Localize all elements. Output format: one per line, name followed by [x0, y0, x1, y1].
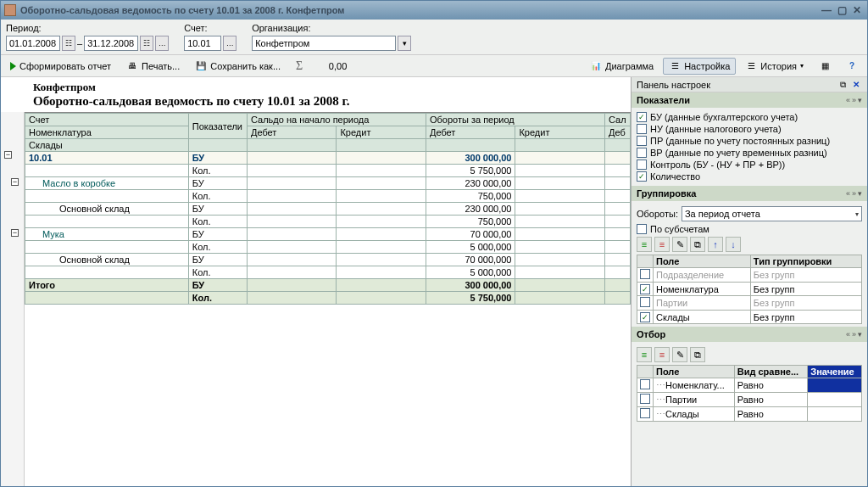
grouping-toolbar: ≡ ≡ ✎ ⧉ ↑ ↓: [637, 237, 862, 252]
table-row: Масло в коробкеБУ230 000,00: [25, 177, 631, 190]
save-as-button[interactable]: 💾 Сохранить как...: [189, 58, 287, 75]
table-row: Кол.5 000,000: [25, 241, 631, 254]
report-area: Конфетпром Оборотно-сальдовая ведомость …: [1, 77, 632, 486]
table-row: Кол.750,000: [25, 216, 631, 228]
close-button[interactable]: ✕: [850, 4, 864, 16]
move-up-button[interactable]: ↑: [708, 237, 723, 252]
filter-toolbar: ≡ ≡ ✎ ⧉: [637, 347, 862, 362]
form-report-button[interactable]: Сформировать отчет: [4, 59, 117, 74]
calendar-from-icon[interactable]: ☷: [62, 36, 75, 51]
org-input[interactable]: [252, 36, 396, 51]
diagram-button[interactable]: 📊 Диаграмма: [584, 58, 659, 75]
maximize-button[interactable]: ▢: [835, 4, 849, 16]
app-icon: [4, 4, 16, 16]
nav-prev-icon[interactable]: «: [846, 96, 850, 104]
settings-panel: Панель настроек ⧉ ✕ Показатели « » ▾ БУ …: [632, 77, 867, 486]
toolbar: Сформировать отчет 🖶 Печать... 💾 Сохрани…: [1, 55, 867, 77]
table-row: Основной складБУ230 000,00: [25, 203, 631, 216]
table-row: Кол.750,000: [25, 190, 631, 203]
col-balance-end: Сал: [604, 114, 630, 126]
filter-table[interactable]: ПолеВид сравне...Значение ⋯Номенклату...…: [637, 365, 862, 422]
panel-close-button[interactable]: ✕: [850, 79, 862, 91]
calendar-to-icon[interactable]: ☷: [140, 36, 153, 51]
list-item: ПодразделениеБез групп: [637, 268, 862, 283]
add-row-button[interactable]: ≡: [637, 237, 652, 252]
turnover-label: Обороты:: [637, 209, 678, 219]
move-down-button[interactable]: ↓: [726, 237, 741, 252]
content-area: Конфетпром Оборотно-сальдовая ведомость …: [1, 77, 867, 486]
filter-section: ≡ ≡ ✎ ⧉ ПолеВид сравне...Значение ⋯Номен…: [632, 342, 867, 424]
minimize-button[interactable]: —: [820, 4, 833, 16]
table-row-total: Кол.5 750,000: [25, 292, 631, 305]
options-button[interactable]: ▦: [813, 58, 837, 75]
delete-row-button[interactable]: ≡: [654, 237, 670, 252]
indicators-section-header: Показатели « » ▾: [632, 92, 867, 108]
filter-section-header: Отбор «»▾: [632, 327, 867, 342]
gear-icon: ▦: [819, 60, 831, 72]
panel-dock-button[interactable]: ⧉: [837, 79, 849, 91]
table-row: МукаБУ70 000,00: [25, 228, 631, 241]
add-row-button[interactable]: ≡: [637, 347, 652, 362]
period-select-button[interactable]: …: [155, 36, 169, 51]
checkbox-pr[interactable]: [637, 136, 647, 146]
date-from-input[interactable]: [6, 36, 60, 51]
period-label: Период:: [6, 23, 169, 33]
save-icon: 💾: [195, 60, 207, 72]
list-item: ⋯СкладыРавно: [637, 407, 862, 422]
account-label: Счет:: [184, 23, 236, 33]
checkbox-nu[interactable]: [637, 124, 647, 134]
report-grid[interactable]: Счет Показатели Сальдо на начало периода…: [25, 112, 631, 486]
copy-button[interactable]: ⧉: [690, 347, 705, 362]
play-icon: [10, 62, 16, 70]
sum-display: Σ 0,00: [290, 57, 353, 76]
nav-next-icon[interactable]: »: [852, 96, 856, 104]
sigma-icon: Σ: [296, 59, 303, 73]
checkbox-bu[interactable]: [637, 112, 647, 122]
checkbox-control[interactable]: [637, 160, 647, 170]
titlebar: Оборотно-сальдовая ведомость по счету 10…: [1, 1, 867, 20]
list-item: ПартииБез групп: [637, 296, 862, 311]
table-row-total: ИтогоБУ300 000,00: [25, 279, 631, 292]
account-input[interactable]: [184, 36, 221, 51]
help-button[interactable]: ?: [840, 58, 864, 75]
table-row: Кол.5 750,000: [25, 165, 631, 177]
col-balance-begin: Сальдо на начало периода: [247, 114, 426, 126]
turnover-combo[interactable]: За период отчета▾: [682, 206, 862, 221]
print-button[interactable]: 🖶 Печать...: [120, 58, 186, 75]
parameters-bar: Период: ☷ – ☷ … Счет: … Организация: ▾: [1, 20, 867, 55]
checkbox-subaccounts[interactable]: [637, 224, 647, 234]
edit-button[interactable]: ✎: [672, 237, 687, 252]
report-header: Конфетпром Оборотно-сальдовая ведомость …: [1, 77, 631, 112]
outline-node[interactable]: −: [11, 178, 19, 186]
account-select-button[interactable]: …: [223, 36, 236, 51]
outline-node[interactable]: −: [11, 229, 19, 237]
col-turnover: Обороты за период: [426, 114, 604, 126]
date-to-input[interactable]: [84, 36, 138, 51]
list-item: СкладыБез групп: [637, 311, 862, 324]
list-item: НоменклатураБез групп: [637, 283, 862, 296]
chevron-down-icon: ▾: [800, 62, 804, 70]
settings-list-icon: ☰: [669, 60, 681, 72]
checkbox-qty[interactable]: [637, 171, 647, 182]
org-dropdown-button[interactable]: ▾: [398, 36, 411, 51]
grouping-section: Обороты: За период отчета▾ По субсчетам …: [632, 201, 867, 327]
table-row: Кол.5 000,000: [25, 266, 631, 279]
history-button[interactable]: ☰ История ▾: [739, 58, 810, 75]
help-icon: ?: [846, 60, 858, 72]
delete-row-button[interactable]: ≡: [654, 347, 670, 362]
main-window: Оборотно-сальдовая ведомость по счету 10…: [0, 0, 868, 487]
checkbox-vr[interactable]: [637, 148, 647, 158]
copy-button[interactable]: ⧉: [690, 237, 705, 252]
indicators-section: БУ (данные бухгалтерского учета) НУ (дан…: [632, 108, 867, 186]
col-indicators: Показатели: [188, 114, 247, 139]
window-title: Оборотно-сальдовая ведомость по счету 10…: [20, 5, 818, 15]
org-label: Организация:: [252, 23, 411, 33]
outline-gutter: − − −: [1, 112, 25, 486]
settings-button[interactable]: ☰ Настройка: [663, 58, 736, 75]
edit-button[interactable]: ✎: [672, 347, 687, 362]
chevron-down-icon[interactable]: ▾: [858, 96, 862, 104]
table-row: 10.01БУ300 000,00: [25, 152, 631, 165]
outline-node[interactable]: −: [4, 151, 12, 159]
grouping-table[interactable]: ПолеТип группировки ПодразделениеБез гру…: [637, 255, 862, 324]
col-account: Счет: [25, 114, 189, 126]
